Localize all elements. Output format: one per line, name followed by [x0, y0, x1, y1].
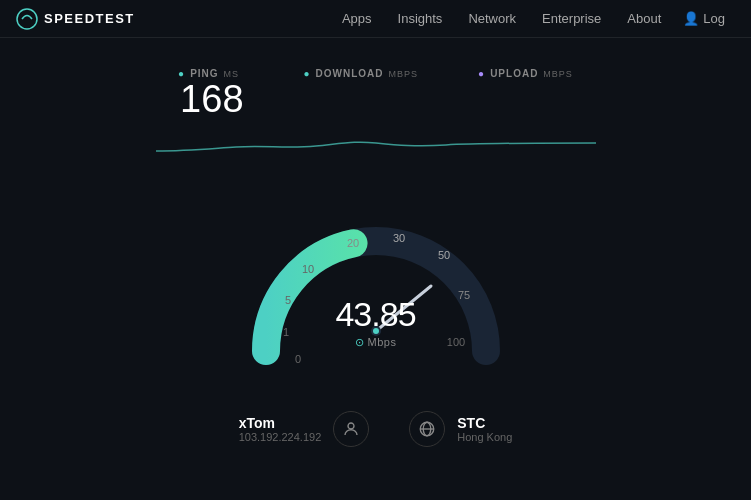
isp-ip: 103.192.224.192 — [239, 431, 322, 443]
download-dot: ● — [304, 68, 311, 79]
gauge-svg: 0 1 5 10 20 30 50 75 100 — [236, 141, 516, 401]
svg-text:50: 50 — [437, 249, 449, 261]
gauge-value-display: 43.85 ⊙ Mbps — [335, 295, 415, 349]
nav-link-insights[interactable]: Insights — [386, 5, 455, 32]
nav-link-apps[interactable]: Apps — [330, 5, 384, 32]
svg-text:10: 10 — [301, 263, 313, 275]
svg-text:20: 20 — [346, 237, 358, 249]
wave-svg — [156, 131, 596, 161]
isp-info: xTom 103.192.224.192 — [239, 411, 370, 447]
gauge-number: 43.85 — [335, 295, 415, 334]
ping-value: 168 — [178, 79, 243, 121]
wave-graph — [156, 131, 596, 161]
server-location: Hong Kong — [457, 431, 512, 443]
logo-text: SPEEDTEST — [44, 11, 135, 26]
stats-row: ● PING ms 168 ● DOWNLOAD Mbps ● UPLOAD M… — [178, 68, 573, 121]
isp-icon[interactable] — [333, 411, 369, 447]
download-label: ● DOWNLOAD Mbps — [304, 68, 419, 79]
upload-stat: ● UPLOAD Mbps — [478, 68, 573, 121]
footer-row: xTom 103.192.224.192 STC Hong Ko — [239, 411, 513, 447]
svg-text:75: 75 — [457, 289, 469, 301]
user-icon: 👤 — [683, 11, 699, 26]
gauge-container: 0 1 5 10 20 30 50 75 100 43.85 — [236, 141, 516, 401]
svg-point-13 — [348, 423, 354, 429]
svg-point-0 — [17, 9, 37, 29]
logo: SPEEDTEST — [16, 8, 135, 30]
server-icon[interactable] — [409, 411, 445, 447]
svg-text:30: 30 — [392, 232, 404, 244]
navbar: SPEEDTEST Apps Insights Network Enterpri… — [0, 0, 751, 38]
nav-links: Apps Insights Network Enterprise About — [330, 5, 673, 32]
download-stat: ● DOWNLOAD Mbps — [304, 68, 419, 121]
gauge-unit: Mbps — [368, 336, 397, 348]
gauge-unit-row: ⊙ Mbps — [335, 336, 415, 349]
nav-link-enterprise[interactable]: Enterprise — [530, 5, 613, 32]
nav-link-network[interactable]: Network — [456, 5, 528, 32]
svg-text:0: 0 — [294, 353, 300, 365]
main-content: ● PING ms 168 ● DOWNLOAD Mbps ● UPLOAD M… — [0, 38, 751, 447]
svg-text:5: 5 — [284, 294, 290, 306]
upload-label: ● UPLOAD Mbps — [478, 68, 573, 79]
server-text: STC Hong Kong — [457, 415, 512, 443]
login-button[interactable]: 👤 Log — [673, 5, 735, 32]
upload-dot: ● — [478, 68, 485, 79]
isp-name: xTom — [239, 415, 322, 431]
server-info: STC Hong Kong — [409, 411, 512, 447]
svg-text:100: 100 — [446, 336, 464, 348]
login-label: Log — [703, 11, 725, 26]
nav-link-about[interactable]: About — [615, 5, 673, 32]
gauge-download-icon: ⊙ — [355, 336, 364, 349]
svg-text:1: 1 — [282, 326, 288, 338]
ping-stat: ● PING ms 168 — [178, 68, 243, 121]
isp-text: xTom 103.192.224.192 — [239, 415, 322, 443]
speedtest-logo-icon — [16, 8, 38, 30]
server-name: STC — [457, 415, 512, 431]
